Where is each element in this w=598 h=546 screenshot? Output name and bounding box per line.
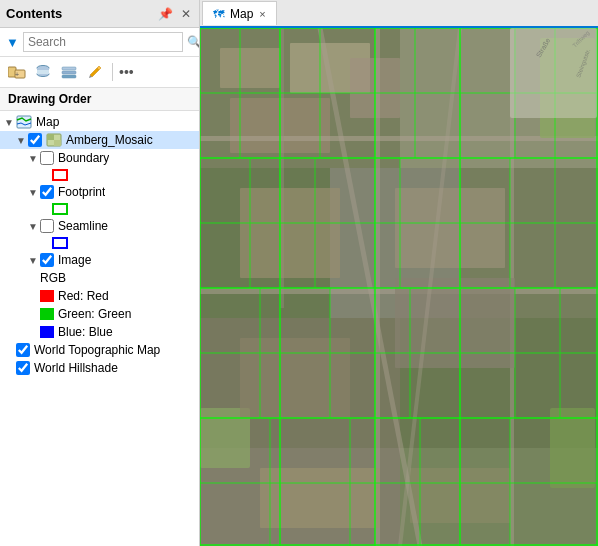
- search-input[interactable]: [23, 32, 183, 52]
- seamline-swatch-row: [0, 235, 199, 251]
- filter-icon: ▼: [6, 35, 19, 50]
- green-band-swatch: [40, 308, 54, 320]
- svg-text:+: +: [15, 71, 19, 78]
- blue-band-row: Blue: Blue: [0, 323, 199, 341]
- layer-item-image[interactable]: ▼ Image: [0, 251, 199, 269]
- checkbox-world-hillshade[interactable]: [16, 361, 30, 375]
- layer-item-seamline[interactable]: ▼ Seamline: [0, 217, 199, 235]
- boundary-swatch-row: [0, 167, 199, 183]
- layer-visibility-icon[interactable]: [58, 61, 80, 83]
- green-band-row: Green: Green: [0, 305, 199, 323]
- tab-bar: 🗺 Map ×: [200, 0, 598, 28]
- layer-item-map[interactable]: ▼ Map: [0, 113, 199, 131]
- checkbox-boundary[interactable]: [40, 151, 54, 165]
- search-bar: ▼ 🔍 ▾: [0, 28, 199, 57]
- svg-rect-8: [62, 71, 76, 74]
- left-panel: Contents 📌 ✕ ▼ 🔍 ▾ +: [0, 0, 200, 546]
- map-tab[interactable]: 🗺 Map ×: [202, 1, 277, 25]
- footprint-color-swatch: [52, 203, 68, 215]
- checkbox-amberg-mosaic[interactable]: [28, 133, 42, 147]
- svg-rect-7: [62, 67, 76, 70]
- rgb-label-row: RGB: [0, 269, 199, 287]
- svg-rect-38: [240, 188, 340, 278]
- add-data-icon[interactable]: +: [6, 61, 28, 83]
- map-tab-icon: 🗺: [213, 8, 224, 20]
- layer-label-image: Image: [58, 253, 91, 267]
- svg-rect-82: [510, 28, 597, 118]
- svg-rect-28: [200, 136, 598, 141]
- layer-item-world-topo[interactable]: ▶ World Topographic Map: [0, 341, 199, 359]
- seamline-color-swatch: [52, 237, 68, 249]
- boundary-color-swatch: [52, 169, 68, 181]
- svg-rect-6: [37, 70, 49, 74]
- svg-rect-12: [47, 134, 54, 140]
- svg-rect-24: [220, 48, 280, 88]
- panel-header-icons: 📌 ✕: [156, 5, 193, 23]
- toolbar-separator: [112, 63, 113, 81]
- panel-header: Contents 📌 ✕: [0, 0, 199, 28]
- layer-item-world-hillshade[interactable]: ▶ World Hillshade: [0, 359, 199, 377]
- toolbar-row: +: [0, 57, 199, 88]
- layer-item-boundary[interactable]: ▼ Boundary: [0, 149, 199, 167]
- svg-rect-36: [395, 188, 505, 268]
- layer-label-world-topo: World Topographic Map: [34, 343, 160, 357]
- red-band-label: Red: Red: [58, 289, 109, 303]
- svg-rect-34: [550, 408, 595, 488]
- blue-band-swatch: [40, 326, 54, 338]
- checkbox-world-topo[interactable]: [16, 343, 30, 357]
- map-area[interactable]: Straße Triftweg Steingutstr.: [200, 28, 598, 546]
- layer-label-seamline: Seamline: [58, 219, 108, 233]
- svg-rect-10: [17, 116, 31, 128]
- layer-item-amberg-mosaic[interactable]: ▼ Amberg_Mosaic: [0, 131, 199, 149]
- layer-label-boundary: Boundary: [58, 151, 109, 165]
- expand-arrow-image: ▼: [28, 255, 40, 266]
- layer-list: ▼ Map ▼: [0, 111, 199, 546]
- checkbox-footprint[interactable]: [40, 185, 54, 199]
- layer-label-world-hillshade: World Hillshade: [34, 361, 118, 375]
- map-tab-close[interactable]: ×: [259, 8, 265, 20]
- panel-title: Contents: [6, 6, 62, 21]
- expand-arrow-seamline: ▼: [28, 221, 40, 232]
- search-button[interactable]: 🔍: [183, 33, 200, 51]
- svg-rect-39: [240, 338, 350, 418]
- svg-rect-13: [54, 140, 61, 146]
- blue-band-label: Blue: Blue: [58, 325, 113, 339]
- expand-arrow-amberg: ▼: [16, 135, 28, 146]
- svg-rect-9: [62, 75, 76, 78]
- database-icon[interactable]: [32, 61, 54, 83]
- expand-arrow-boundary: ▼: [28, 153, 40, 164]
- red-band-swatch: [40, 290, 54, 302]
- checkbox-seamline[interactable]: [40, 219, 54, 233]
- svg-rect-37: [395, 278, 515, 368]
- layer-item-footprint[interactable]: ▼ Footprint: [0, 183, 199, 201]
- map-icon: [16, 115, 32, 129]
- footprint-swatch-row: [0, 201, 199, 217]
- green-band-label: Green: Green: [58, 307, 131, 321]
- app-container: Contents 📌 ✕ ▼ 🔍 ▾ +: [0, 0, 598, 546]
- edit-icon[interactable]: [84, 61, 106, 83]
- right-panel: 🗺 Map ×: [200, 0, 598, 546]
- pin-icon[interactable]: 📌: [156, 5, 175, 23]
- rgb-label: RGB: [40, 271, 66, 285]
- checkbox-image[interactable]: [40, 253, 54, 267]
- svg-rect-40: [260, 468, 380, 528]
- layer-label-footprint: Footprint: [58, 185, 105, 199]
- expand-arrow-footprint: ▼: [28, 187, 40, 198]
- map-svg: Straße Triftweg Steingutstr.: [200, 28, 598, 546]
- layer-label-map: Map: [36, 115, 59, 129]
- close-panel-icon[interactable]: ✕: [179, 5, 193, 23]
- red-band-row: Red: Red: [0, 287, 199, 305]
- more-options-icon[interactable]: •••: [119, 64, 134, 80]
- map-tab-label: Map: [230, 7, 253, 21]
- raster-icon: [46, 133, 62, 147]
- layer-label-amberg-mosaic: Amberg_Mosaic: [66, 133, 153, 147]
- drawing-order-header: Drawing Order: [0, 88, 199, 111]
- expand-arrow-map: ▼: [4, 117, 16, 128]
